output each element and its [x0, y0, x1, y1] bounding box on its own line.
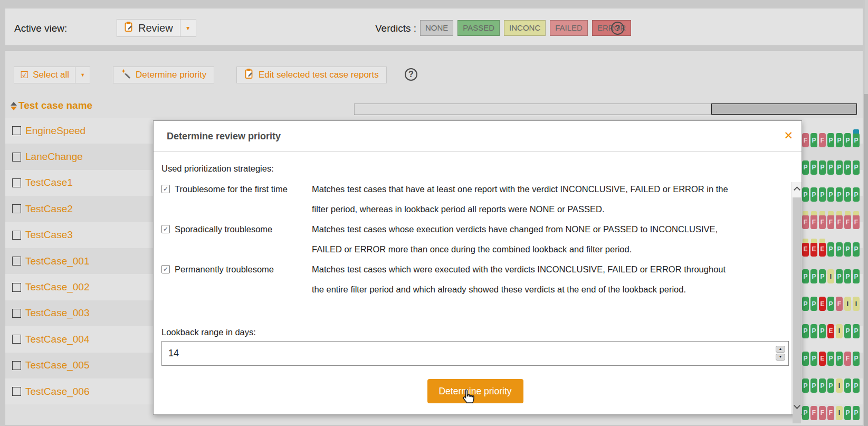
- dialog-scrollbar[interactable]: [791, 182, 802, 414]
- verdict-chip[interactable]: P: [802, 297, 809, 311]
- verdict-chip[interactable]: F: [819, 406, 826, 420]
- view-dropdown-arrow[interactable]: ▼: [180, 19, 196, 37]
- verdict-chip[interactable]: P: [853, 242, 860, 257]
- strategy-checkbox[interactable]: [161, 265, 170, 273]
- spinner-up-button[interactable]: ▲: [776, 346, 785, 353]
- verdict-chip[interactable]: P: [802, 160, 809, 175]
- verdict-chip[interactable]: P: [853, 378, 860, 393]
- verdict-chip[interactable]: P: [827, 352, 834, 366]
- verdict-chip[interactable]: F: [810, 215, 817, 229]
- row-checkbox[interactable]: [12, 257, 21, 266]
- verdict-chip[interactable]: E: [819, 242, 826, 257]
- close-icon[interactable]: ✕: [784, 129, 793, 142]
- verdict-chip[interactable]: F: [827, 215, 834, 229]
- verdict-chip[interactable]: P: [810, 160, 817, 175]
- row-checkbox[interactable]: [12, 361, 21, 370]
- testcase-link[interactable]: TestCase_004: [25, 334, 89, 345]
- active-view-dropdown[interactable]: Review ▼: [117, 19, 196, 37]
- verdict-chip[interactable]: F: [802, 133, 809, 147]
- verdict-chip[interactable]: P: [802, 269, 809, 283]
- view-button[interactable]: Review: [117, 19, 180, 37]
- verdict-chip[interactable]: P: [827, 297, 834, 311]
- strategy-checkbox[interactable]: [161, 185, 170, 193]
- verdict-chip[interactable]: P: [836, 133, 843, 147]
- row-checkbox[interactable]: [12, 283, 21, 292]
- verdict-chip[interactable]: F: [853, 215, 860, 229]
- scroll-up-button[interactable]: [793, 183, 801, 195]
- verdict-chip[interactable]: P: [844, 160, 851, 175]
- row-checkbox[interactable]: [12, 153, 21, 162]
- testcase-link[interactable]: LaneChange: [25, 151, 83, 163]
- select-all-button[interactable]: ☑ Select all: [14, 67, 75, 83]
- verdict-chip[interactable]: E: [819, 352, 826, 366]
- scroll-down-button[interactable]: [793, 401, 801, 413]
- testcase-link[interactable]: EngineSpeed: [25, 125, 85, 137]
- verdict-chip[interactable]: F: [827, 406, 834, 420]
- verdict-chip[interactable]: P: [827, 187, 834, 202]
- determine-priority-toolbar-button[interactable]: Determine priority: [113, 67, 214, 83]
- verdict-chip[interactable]: I: [836, 406, 843, 420]
- strategy-checkbox[interactable]: [161, 225, 170, 233]
- verdict-chip[interactable]: P: [853, 352, 860, 366]
- sort-icon[interactable]: [11, 102, 17, 110]
- row-checkbox[interactable]: [12, 309, 21, 318]
- verdict-chip[interactable]: P: [853, 406, 860, 420]
- testcase-link[interactable]: TestCase_003: [25, 307, 89, 319]
- verdict-chip[interactable]: E: [810, 242, 817, 257]
- testcase-link[interactable]: TestCase2: [25, 203, 73, 215]
- help-icon[interactable]: ?: [405, 68, 417, 81]
- verdict-chip[interactable]: P: [844, 187, 851, 202]
- spinner-down-button[interactable]: ▼: [776, 354, 785, 361]
- verdict-chip[interactable]: P: [802, 378, 809, 393]
- verdict-chip[interactable]: F: [819, 133, 826, 147]
- horizontal-scrollbar-thumb[interactable]: [711, 103, 857, 115]
- verdict-chip[interactable]: F: [836, 215, 843, 229]
- row-checkbox[interactable]: [12, 178, 21, 187]
- verdict-chip[interactable]: P: [853, 133, 860, 147]
- verdict-chip[interactable]: P: [844, 378, 851, 393]
- verdict-chip[interactable]: P: [844, 133, 851, 147]
- verdict-chip[interactable]: P: [802, 187, 809, 202]
- verdict-chip[interactable]: F: [836, 297, 843, 311]
- verdict-chip[interactable]: P: [802, 406, 809, 420]
- testcase-name-column-header[interactable]: Test case name: [18, 100, 92, 111]
- verdict-chip[interactable]: P: [836, 352, 843, 366]
- verdict-chip[interactable]: P: [836, 242, 843, 257]
- verdict-chip[interactable]: P: [819, 324, 826, 338]
- verdict-chip[interactable]: I: [853, 297, 860, 311]
- verdict-chip[interactable]: P: [819, 269, 826, 283]
- lookback-range-input[interactable]: [161, 341, 789, 366]
- dialog-scrollbar-thumb[interactable]: [793, 197, 801, 423]
- verdict-chip[interactable]: P: [819, 160, 826, 175]
- page-scrollbar[interactable]: [864, 0, 868, 426]
- verdict-chip[interactable]: P: [844, 242, 851, 257]
- verdict-chip[interactable]: I: [844, 297, 851, 311]
- verdict-chip[interactable]: F: [810, 406, 817, 420]
- verdict-chip[interactable]: F: [844, 352, 851, 366]
- row-checkbox[interactable]: [12, 204, 21, 213]
- verdict-chip[interactable]: P: [827, 378, 834, 393]
- verdict-chip[interactable]: P: [853, 269, 860, 283]
- verdict-chip[interactable]: P: [844, 269, 851, 283]
- horizontal-scrollbar[interactable]: [354, 103, 856, 115]
- testcase-link[interactable]: TestCase1: [25, 177, 73, 188]
- verdict-chip[interactable]: F: [844, 215, 851, 229]
- verdict-chip[interactable]: P: [810, 352, 817, 366]
- verdict-chip[interactable]: E: [827, 324, 834, 338]
- verdict-chip[interactable]: P: [827, 133, 834, 147]
- verdict-chip[interactable]: P: [844, 324, 851, 338]
- verdict-chip[interactable]: P: [810, 297, 817, 311]
- verdict-chip[interactable]: P: [827, 160, 834, 175]
- verdict-chip[interactable]: P: [853, 187, 860, 202]
- verdict-chip[interactable]: P: [844, 406, 851, 420]
- verdict-chip[interactable]: P: [819, 378, 826, 393]
- edit-reports-button[interactable]: Edit selected test case reports: [236, 67, 387, 83]
- verdict-chip[interactable]: P: [853, 160, 860, 175]
- verdict-chip[interactable]: F: [802, 215, 809, 229]
- select-all-split-button[interactable]: ☑ Select all ▼: [14, 67, 90, 83]
- verdict-chip[interactable]: P: [836, 187, 843, 202]
- testcase-link[interactable]: TestCase3: [25, 229, 73, 241]
- verdict-chip[interactable]: P: [819, 187, 826, 202]
- testcase-link[interactable]: TestCase_002: [25, 281, 89, 293]
- page-scrollbar-thumb[interactable]: [864, 94, 868, 426]
